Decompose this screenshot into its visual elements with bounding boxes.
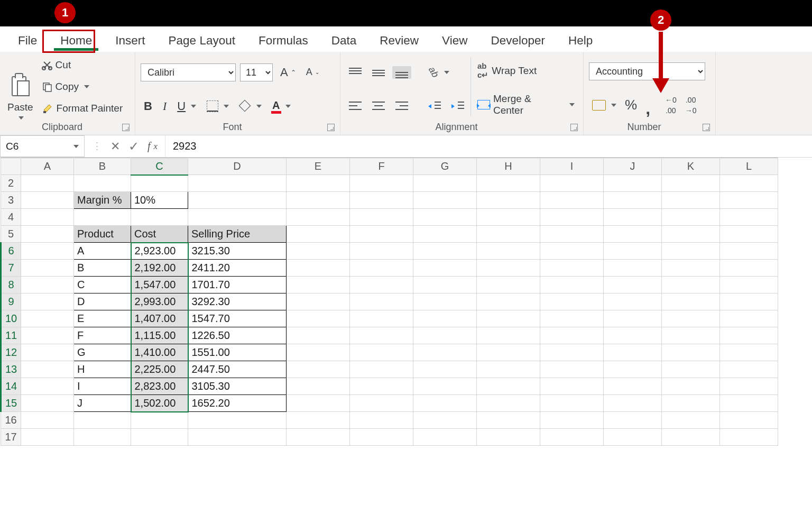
cell-D13[interactable]: 2447.50: [188, 361, 287, 378]
cell-J5[interactable]: [604, 226, 662, 243]
cell-A15[interactable]: [21, 395, 74, 412]
cell-B3[interactable]: Margin %: [74, 192, 131, 209]
tab-insert[interactable]: Insert: [104, 30, 156, 52]
cell-I12[interactable]: [540, 344, 604, 361]
row-header-14[interactable]: 14: [1, 378, 21, 395]
align-middle-button[interactable]: [369, 66, 388, 79]
cell-G2[interactable]: [413, 175, 477, 192]
cell-K14[interactable]: [662, 378, 720, 395]
row-header-16[interactable]: 16: [1, 412, 21, 429]
cell-F17[interactable]: [350, 429, 413, 446]
cell-C10[interactable]: 1,407.00: [131, 310, 188, 327]
cell-J3[interactable]: [604, 192, 662, 209]
cell-K10[interactable]: [662, 310, 720, 327]
cell-K16[interactable]: [662, 412, 720, 429]
cell-J17[interactable]: [604, 429, 662, 446]
cell-A12[interactable]: [21, 344, 74, 361]
cell-I5[interactable]: [540, 226, 604, 243]
row-header-10[interactable]: 10: [1, 310, 21, 327]
cell-C3[interactable]: 10%: [131, 192, 188, 209]
cell-B12[interactable]: G: [74, 344, 131, 361]
cell-F4[interactable]: [350, 209, 413, 226]
underline-button[interactable]: U: [174, 98, 199, 115]
cell-A13[interactable]: [21, 361, 74, 378]
cell-F14[interactable]: [350, 378, 413, 395]
cell-B15[interactable]: J: [74, 395, 131, 412]
col-header-D[interactable]: D: [188, 158, 287, 175]
cell-K2[interactable]: [662, 175, 720, 192]
cell-J13[interactable]: [604, 361, 662, 378]
row-header-5[interactable]: 5: [1, 226, 21, 243]
col-header-K[interactable]: K: [662, 158, 720, 175]
cell-J6[interactable]: [604, 243, 662, 260]
cell-I3[interactable]: [540, 192, 604, 209]
cell-D6[interactable]: 3215.30: [188, 243, 287, 260]
cell-G15[interactable]: [413, 395, 477, 412]
cell-I17[interactable]: [540, 429, 604, 446]
cell-L2[interactable]: [720, 175, 778, 192]
cell-J4[interactable]: [604, 209, 662, 226]
alignment-launcher[interactable]: [570, 124, 578, 131]
increase-decimal-button[interactable]: ←0.00: [662, 95, 680, 116]
align-center-button[interactable]: [369, 100, 388, 113]
cell-I8[interactable]: [540, 277, 604, 293]
row-header-7[interactable]: 7: [1, 260, 21, 277]
cell-F13[interactable]: [350, 361, 413, 378]
cell-L6[interactable]: [720, 243, 778, 260]
cell-D11[interactable]: 1226.50: [188, 327, 287, 344]
cell-L15[interactable]: [720, 395, 778, 412]
cell-D17[interactable]: [188, 429, 287, 446]
increase-font-button[interactable]: A⌃: [277, 64, 299, 81]
cell-C11[interactable]: 1,115.00: [131, 327, 188, 344]
cell-K12[interactable]: [662, 344, 720, 361]
cell-K11[interactable]: [662, 327, 720, 344]
cell-C15[interactable]: 1,502.00: [131, 395, 188, 412]
col-header-C[interactable]: C: [131, 158, 188, 175]
cell-K3[interactable]: [662, 192, 720, 209]
cell-K8[interactable]: [662, 277, 720, 293]
tab-data[interactable]: Data: [320, 30, 368, 52]
cell-F15[interactable]: [350, 395, 413, 412]
decrease-indent-button[interactable]: [425, 100, 444, 113]
cell-L5[interactable]: [720, 226, 778, 243]
decrease-decimal-button[interactable]: .00→0: [682, 95, 700, 116]
insert-function-button[interactable]: fx: [147, 140, 158, 152]
cell-I11[interactable]: [540, 327, 604, 344]
comma-style-button[interactable]: ,: [642, 104, 653, 107]
cell-F5[interactable]: [350, 226, 413, 243]
formula-menu-button[interactable]: ⋮: [92, 140, 102, 152]
accounting-format-button[interactable]: [589, 98, 620, 112]
cell-C8[interactable]: 1,547.00: [131, 277, 188, 293]
number-launcher[interactable]: [703, 124, 710, 131]
number-format-select[interactable]: Accounting: [589, 62, 705, 80]
cell-D14[interactable]: 3105.30: [188, 378, 287, 395]
cell-H7[interactable]: [477, 260, 540, 277]
col-header-A[interactable]: A: [21, 158, 74, 175]
col-header-L[interactable]: L: [720, 158, 778, 175]
cell-C17[interactable]: [131, 429, 188, 446]
cell-L11[interactable]: [720, 327, 778, 344]
tab-review[interactable]: Review: [368, 30, 430, 52]
cell-H15[interactable]: [477, 395, 540, 412]
tab-page-layout[interactable]: Page Layout: [157, 30, 247, 52]
col-header-I[interactable]: I: [540, 158, 604, 175]
cell-D8[interactable]: 1701.70: [188, 277, 287, 293]
cell-G11[interactable]: [413, 327, 477, 344]
font-color-button[interactable]: A: [269, 98, 293, 114]
cell-E14[interactable]: [287, 378, 350, 395]
orientation-button[interactable]: ab: [425, 65, 453, 79]
cell-J2[interactable]: [604, 175, 662, 192]
cell-G7[interactable]: [413, 260, 477, 277]
cell-A16[interactable]: [21, 412, 74, 429]
cell-F11[interactable]: [350, 327, 413, 344]
cell-L9[interactable]: [720, 293, 778, 310]
cell-H11[interactable]: [477, 327, 540, 344]
cell-K15[interactable]: [662, 395, 720, 412]
cell-L14[interactable]: [720, 378, 778, 395]
cell-D15[interactable]: 1652.20: [188, 395, 287, 412]
cell-L12[interactable]: [720, 344, 778, 361]
cell-B16[interactable]: [74, 412, 131, 429]
cell-C9[interactable]: 2,993.00: [131, 293, 188, 310]
cell-B2[interactable]: [74, 175, 131, 192]
increase-indent-button[interactable]: [448, 100, 467, 113]
